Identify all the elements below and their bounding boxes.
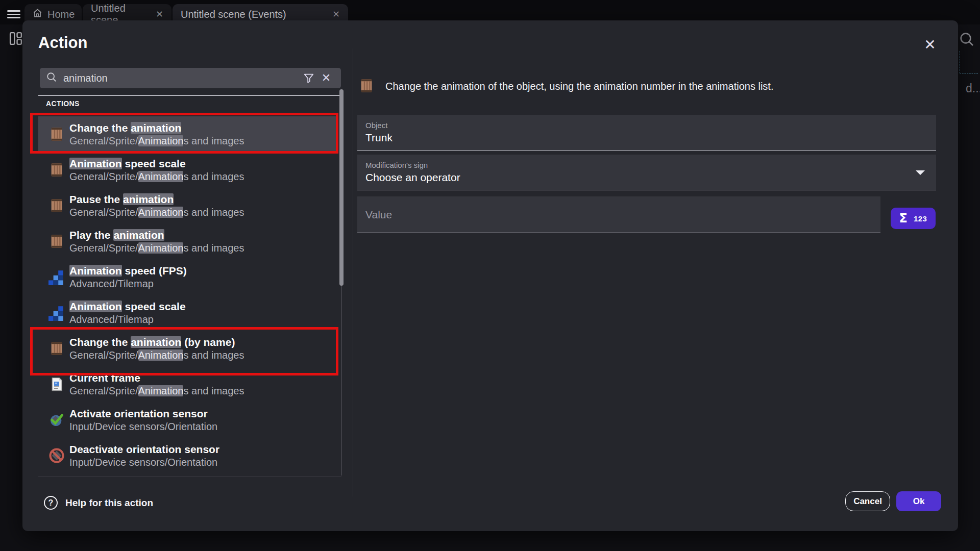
action-item-subtitle: General/Sprite/Animations and images <box>69 135 244 147</box>
action-item-subtitle: General/Sprite/Animations and images <box>69 242 244 255</box>
events-selection-dashed-border <box>960 51 978 73</box>
value-field[interactable]: Value <box>357 196 880 233</box>
panel-divider <box>353 48 353 496</box>
action-list-item[interactable]: Pause the animationGeneral/Sprite/Animat… <box>38 188 337 223</box>
field-label: Modification's sign <box>365 161 928 169</box>
help-for-this-action-link[interactable]: ? Help for this action <box>44 496 153 510</box>
action-item-texts: Animation speed (FPS)Advanced/Tilemap <box>69 264 187 290</box>
expression-editor-button[interactable]: Σ 123 <box>891 208 936 229</box>
action-item-title: Deactivate orientation sensor <box>69 443 219 456</box>
field-value: Choose an operator <box>365 171 928 184</box>
gdevelop-app: Home Untitled scene ✕ Untitled scene (Ev… <box>0 0 980 551</box>
operator-select[interactable]: Modification's sign Choose an operator <box>357 155 936 190</box>
action-item-title: Change the animation (by name) <box>69 336 244 349</box>
tab-close-icon[interactable]: ✕ <box>156 9 163 20</box>
ok-button[interactable]: Ok <box>896 491 941 511</box>
action-list-item[interactable]: Animation speed (FPS)Advanced/Tilemap <box>38 259 337 295</box>
action-dialog: Action ✕ ✕ ACTIONS Change the animationG… <box>22 20 958 531</box>
action-item-texts: Animation speed scaleAdvanced/Tilemap <box>69 300 186 326</box>
action-item-title: Pause the animation <box>69 193 244 206</box>
action-item-title: Animation speed scale <box>69 300 186 313</box>
hamburger-menu-icon[interactable] <box>7 10 20 18</box>
list-bottom-divider <box>38 477 341 477</box>
action-list-item[interactable]: Deactivate orientation sensorInput/Devic… <box>38 438 337 473</box>
field-placeholder: Value <box>365 209 392 221</box>
action-item-title: Animation speed scale <box>69 157 244 170</box>
action-item-subtitle: Input/Device sensors/Orientation <box>69 456 219 469</box>
animation-icon <box>48 126 65 142</box>
animation-icon <box>48 233 65 249</box>
action-list-item[interactable]: Animation speed scaleGeneral/Sprite/Anim… <box>38 152 337 188</box>
animation-icon <box>359 78 374 95</box>
field-label: Object <box>365 121 928 130</box>
action-list-item[interactable]: Change the animationGeneral/Sprite/Anima… <box>38 116 337 152</box>
help-icon: ? <box>44 496 58 510</box>
action-item-texts: Pause the animationGeneral/Sprite/Animat… <box>69 193 244 219</box>
list-top-divider <box>38 95 341 96</box>
clipped-background-text: d... <box>966 82 980 95</box>
panels-layout-icon[interactable] <box>9 31 23 48</box>
search-input[interactable] <box>62 72 300 85</box>
sigma-icon: Σ <box>899 211 908 226</box>
field-value: Trunk <box>365 132 928 144</box>
action-item-title: Current frame <box>69 371 244 385</box>
action-item-subtitle: General/Sprite/Animations and images <box>69 170 244 183</box>
action-description: Change the animation of the object, usin… <box>385 81 947 92</box>
chevron-down-icon <box>916 170 925 175</box>
action-list-item[interactable]: Change the animation (by name)General/Sp… <box>38 331 337 366</box>
action-item-texts: Play the animationGeneral/Sprite/Animati… <box>69 229 244 255</box>
dialog-title: Action <box>38 34 87 52</box>
action-item-texts: Change the animationGeneral/Sprite/Anima… <box>69 121 244 147</box>
action-list: Change the animationGeneral/Sprite/Anima… <box>38 116 337 473</box>
action-list-item[interactable]: Animation speed scaleAdvanced/Tilemap <box>38 295 337 331</box>
clear-search-icon[interactable]: ✕ <box>317 69 335 87</box>
search-bar: ✕ <box>40 68 341 88</box>
action-item-title: Animation speed (FPS) <box>69 264 187 278</box>
actions-section-header: ACTIONS <box>46 99 80 108</box>
frame-icon <box>48 376 65 392</box>
help-label: Help for this action <box>65 497 153 509</box>
global-search-icon[interactable] <box>959 31 975 49</box>
action-item-title: Activate orientation sensor <box>69 407 217 420</box>
tab-label: Untitled scene (Events) <box>181 9 286 20</box>
action-item-texts: Change the animation (by name)General/Sp… <box>69 336 244 362</box>
object-field[interactable]: Object Trunk <box>357 115 936 151</box>
close-icon[interactable]: ✕ <box>920 35 940 55</box>
action-item-texts: Deactivate orientation sensorInput/Devic… <box>69 443 219 469</box>
action-item-texts: Current frameGeneral/Sprite/Animations a… <box>69 371 244 397</box>
tab-label: Home <box>47 9 75 20</box>
cancel-button[interactable]: Cancel <box>845 491 890 511</box>
tilemap-icon <box>48 269 65 285</box>
tab-close-icon[interactable]: ✕ <box>332 9 340 20</box>
action-list-item[interactable]: Current frameGeneral/Sprite/Animations a… <box>38 366 337 402</box>
action-item-subtitle: Advanced/Tilemap <box>69 313 186 326</box>
search-icon <box>46 71 57 85</box>
action-item-title: Change the animation <box>69 121 244 135</box>
animation-icon <box>48 340 65 357</box>
tilemap-icon <box>48 305 65 321</box>
list-scrollbar-thumb[interactable] <box>339 89 344 286</box>
sensor-on-icon <box>48 412 65 428</box>
action-list-item[interactable]: Play the animationGeneral/Sprite/Animati… <box>38 223 337 259</box>
action-item-title: Play the animation <box>69 229 244 242</box>
animation-icon <box>48 197 65 214</box>
sensor-off-icon <box>48 447 65 464</box>
animation-icon <box>48 162 65 178</box>
home-icon <box>33 8 42 20</box>
action-item-subtitle: Advanced/Tilemap <box>69 278 187 290</box>
action-list-item[interactable]: Activate orientation sensorInput/Device … <box>38 402 337 438</box>
action-item-subtitle: General/Sprite/Animations and images <box>69 385 244 397</box>
action-item-texts: Activate orientation sensorInput/Device … <box>69 407 217 433</box>
numbers-label: 123 <box>914 214 927 223</box>
filter-icon[interactable] <box>300 69 317 87</box>
action-item-subtitle: Input/Device sensors/Orientation <box>69 420 217 433</box>
action-item-texts: Animation speed scaleGeneral/Sprite/Anim… <box>69 157 244 183</box>
action-item-subtitle: General/Sprite/Animations and images <box>69 206 244 219</box>
action-item-subtitle: General/Sprite/Animations and images <box>69 349 244 362</box>
